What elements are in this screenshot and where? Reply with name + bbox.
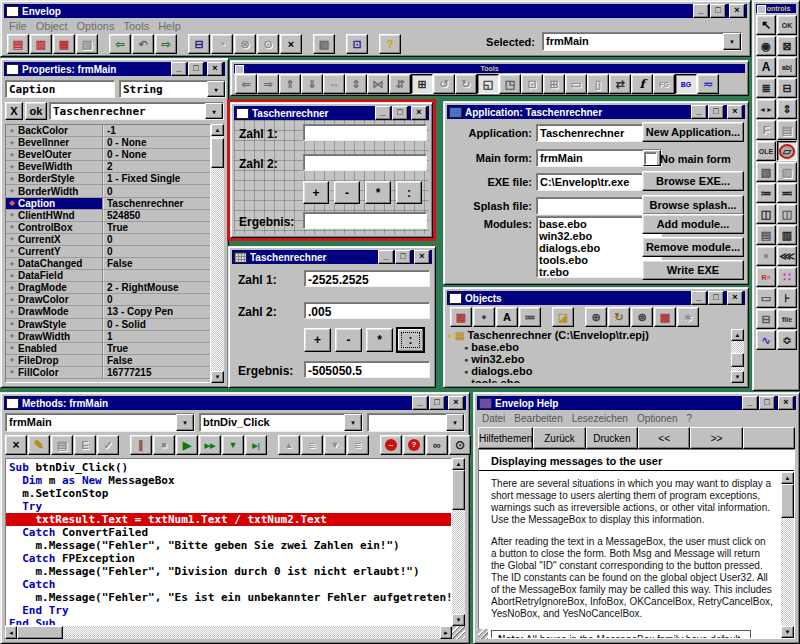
same-width-icon[interactable]: ⇔	[323, 74, 345, 94]
browse-exe-button[interactable]: Browse EXE...	[642, 171, 744, 191]
close-button[interactable]: ×	[411, 106, 427, 120]
application-titlebar[interactable]: Application: Taschenrechner _□×	[447, 105, 745, 119]
doc-tool[interactable]: ▤	[756, 225, 776, 245]
maximize-button[interactable]: □	[710, 4, 726, 18]
divide-button[interactable]: :	[396, 181, 422, 204]
socket-tool[interactable]: ≎	[777, 330, 797, 350]
module-sphere-icon[interactable]: ●	[473, 307, 495, 327]
close-button[interactable]: ×	[727, 291, 743, 305]
help-button-zurück[interactable]: Zurück	[533, 427, 585, 449]
add-module-button[interactable]: Add module...	[642, 214, 744, 234]
reload-module-icon[interactable]: ↻	[608, 307, 630, 327]
property-row[interactable]: ◆CaptionTaschenrechner	[6, 198, 210, 210]
image-tool[interactable]: ▨	[777, 162, 797, 182]
combobox-tool[interactable]: ⊟	[777, 78, 797, 98]
scroll-thumb[interactable]	[452, 470, 465, 510]
save-project-icon[interactable]: ▩	[654, 307, 676, 327]
multiply-button[interactable]: *	[366, 328, 393, 352]
minimize-button[interactable]: _	[378, 250, 394, 264]
checkbox-tool[interactable]: ⊠	[777, 36, 797, 56]
paste-object-icon[interactable]: ∗	[677, 307, 699, 327]
debug-help-icon[interactable]: ?	[403, 435, 425, 455]
richtext-tool[interactable]: R≡	[756, 267, 776, 287]
swap-icon[interactable]: ⇄	[609, 74, 631, 94]
property-row[interactable]: ⋄DrawWidth1	[6, 331, 210, 343]
code-line[interactable]: m.SetIconStop	[9, 487, 451, 500]
pause-icon[interactable]: ∥	[130, 435, 152, 455]
code-line[interactable]: End Sub	[9, 617, 451, 626]
minimize-button[interactable]: _	[171, 62, 187, 76]
sphere-tool[interactable]: ●	[756, 246, 776, 266]
help-button-hilfethemen[interactable]: Hilfethemen	[478, 427, 533, 449]
trace-list-icon[interactable]: ≡	[347, 435, 369, 455]
code-line[interactable]: Sub btnDiv_Click()	[9, 461, 451, 474]
minus-button[interactable]: -	[334, 181, 360, 204]
code-hscrollbar[interactable]: ◄ ►	[5, 626, 452, 639]
dropdown-arrow-icon[interactable]: ▼	[205, 103, 223, 119]
doc2-tool[interactable]: ▥	[777, 225, 797, 245]
main-titlebar[interactable]: Envelop _□×	[4, 4, 747, 18]
undo-nav-icon[interactable]: ↶	[132, 34, 154, 54]
menu-item-bearbeiten[interactable]: Bearbeiten	[514, 413, 571, 425]
tree-item[interactable]: ●win32.ebo	[448, 353, 731, 365]
filter-combo[interactable]: ▼	[367, 413, 465, 432]
property-row[interactable]: ⋄BevelOuter0 - None	[6, 149, 210, 161]
new-module-icon[interactable]: ⊕	[585, 307, 607, 327]
menu-item-file[interactable]: File	[9, 20, 36, 33]
find-icon[interactable]: ⊙	[449, 435, 471, 455]
pointer-tool[interactable]: ↖	[756, 15, 776, 35]
resize-grip[interactable]	[478, 629, 488, 639]
help-button-blank[interactable]: >>	[690, 427, 742, 449]
ole-tool[interactable]: OLE	[756, 141, 776, 161]
minimize-button[interactable]: _	[691, 291, 707, 305]
browse-splash-button[interactable]: Browse splash...	[642, 195, 744, 215]
property-row[interactable]: ⋄BackColor-1	[6, 125, 210, 137]
maximize-button[interactable]: □	[188, 62, 204, 76]
property-row[interactable]: ⋄CurrentY0	[6, 246, 210, 258]
help-button-drucken[interactable]: Drucken	[586, 427, 638, 449]
scroll-track[interactable]	[452, 470, 465, 614]
align-right-icon[interactable]: ⇒	[257, 74, 279, 94]
plus-button[interactable]: +	[303, 181, 329, 204]
minimize-button[interactable]: _	[691, 105, 707, 119]
code-line[interactable]: Catch ConvertFailed	[9, 526, 451, 539]
menu-item-object[interactable]: Object	[36, 20, 77, 33]
menu-item-blank[interactable]: ?	[686, 413, 701, 425]
designer-canvas[interactable]: Zahl 1: Zahl 2: +-*: Ergebnis:	[234, 120, 429, 234]
maximize-button[interactable]: □	[759, 396, 775, 410]
objects-titlebar[interactable]: Objects _□×	[447, 291, 745, 305]
events-icon[interactable]: ⊗	[234, 34, 256, 54]
multiply-button[interactable]: *	[365, 181, 391, 204]
windows-icon[interactable]: ⊡	[346, 34, 368, 54]
scroll-up-icon[interactable]: ▲	[781, 472, 794, 484]
align-left-icon[interactable]: ⇐	[235, 74, 257, 94]
file-tool[interactable]: file	[777, 309, 797, 329]
picture-tool[interactable]: ▧	[756, 162, 776, 182]
menu-item-datei[interactable]: Datei	[482, 413, 514, 425]
dropdown-arrow-icon[interactable]: ▼	[446, 414, 464, 431]
align-bottom-icon[interactable]: ⇓	[301, 74, 323, 94]
spin-tool[interactable]: ⋘	[777, 246, 797, 266]
event-icon[interactable]: E	[74, 435, 96, 455]
run-to-cursor-icon[interactable]: ▶▶	[199, 435, 221, 455]
outline2-icon[interactable]: ▯	[587, 74, 609, 94]
menu-item-tools[interactable]: Tools	[123, 20, 158, 33]
menu-item-options[interactable]: Options	[77, 20, 124, 33]
minimize-button[interactable]: _	[375, 106, 391, 120]
zahl1-input[interactable]: -2525.2525	[304, 270, 430, 287]
code-vscrollbar[interactable]: ▲ ▼	[452, 458, 465, 626]
panel-tool[interactable]: ▤	[777, 120, 797, 140]
code-line[interactable]: txtResult.Text = txtNum1.Text / txtNum2.…	[6, 513, 451, 526]
scroll-down-icon[interactable]: ▼	[211, 371, 224, 383]
listview-tool[interactable]: ≔	[756, 183, 776, 203]
write-exe-button[interactable]: Write EXE	[642, 260, 744, 280]
ok-button-tool[interactable]: OK	[777, 15, 797, 35]
zahl2-input[interactable]	[303, 154, 427, 171]
check-icon[interactable]: ✓	[97, 435, 119, 455]
same-height-icon[interactable]: ⇕	[345, 74, 367, 94]
dropdown-arrow-icon[interactable]: ▼	[344, 414, 362, 431]
code-editor[interactable]: Sub btnDiv_Click() Dim m as New MessageB…	[5, 458, 452, 626]
scroll-down-icon[interactable]: ▼	[781, 626, 794, 638]
fg-color-icon[interactable]: FG	[653, 74, 675, 94]
code-line[interactable]: m.Message("Fehler", "Bitte geben Sie zwe…	[9, 539, 451, 552]
